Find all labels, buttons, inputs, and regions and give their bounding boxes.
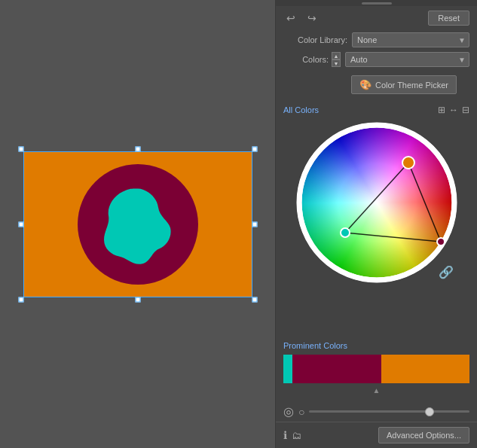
swatch-teal[interactable]: [283, 355, 292, 383]
color-slider[interactable]: [309, 410, 469, 413]
arrows-view-button[interactable]: ↔: [449, 105, 458, 115]
toolbar-row: ↩ ↪ Reset: [276, 6, 477, 30]
advanced-options-button[interactable]: Advanced Options...: [378, 427, 469, 443]
circle-icon-button[interactable]: ○: [298, 406, 304, 418]
star-shape: [96, 181, 179, 267]
folder-button[interactable]: 🗂: [292, 430, 301, 441]
color-library-select-wrapper: None Pantone HKS RAL ▼: [352, 32, 469, 47]
svg-line-2: [345, 163, 408, 233]
info-button[interactable]: ℹ: [283, 429, 287, 441]
theme-picker-row: 🎨 Color Theme Picker: [276, 69, 477, 100]
prominent-label: Prominent Colors: [283, 341, 469, 350]
color-handle-teal[interactable]: [340, 227, 350, 238]
handle-bottom-mid[interactable]: [135, 297, 140, 302]
slider-row: ◎ ○: [276, 401, 477, 422]
drag-handle: [362, 2, 392, 5]
prominent-section: Prominent Colors ▲: [276, 337, 477, 401]
artwork-wrapper[interactable]: [23, 151, 252, 297]
reset-button[interactable]: Reset: [428, 11, 469, 26]
swatch-arrow: ▲: [373, 386, 381, 395]
svg-line-3: [345, 233, 441, 242]
triangle-lines: [294, 120, 460, 285]
wheel-icons: ⊞ ↔ ⊟: [438, 105, 469, 115]
stepper-up[interactable]: ▲: [332, 52, 341, 59]
color-library-label: Color Library:: [283, 35, 347, 44]
toolbar-left: ↩ ↪: [283, 11, 320, 26]
color-handle-dark[interactable]: [436, 237, 445, 246]
svg-line-4: [408, 163, 441, 242]
handle-top-right[interactable]: [252, 146, 257, 151]
color-library-row: Color Library: None Pantone HKS RAL ▼: [276, 30, 477, 50]
swatch-dark[interactable]: [292, 355, 381, 383]
bottom-toolbar: ℹ 🗂 Advanced Options...: [276, 422, 477, 448]
handle-bottom-right[interactable]: [252, 297, 257, 302]
color-wheel-section: All Colors ⊞ ↔ ⊟: [276, 100, 477, 337]
link-icon[interactable]: 🔗: [439, 265, 454, 279]
grid-view-button[interactable]: ⊞: [438, 105, 445, 115]
grid2-view-button[interactable]: ⊟: [462, 105, 469, 115]
colors-label: Colors:: [283, 55, 329, 64]
color-wheel-container: 🔗: [294, 120, 460, 285]
color-swatches: [283, 355, 469, 383]
handle-top-mid[interactable]: [135, 146, 140, 151]
color-library-select[interactable]: None Pantone HKS RAL: [352, 32, 469, 47]
colors-row: Colors: ▲ ▼ Auto 2 3 4 5 ▼: [276, 50, 477, 69]
canvas-area: [0, 0, 275, 448]
colors-select[interactable]: Auto 2 3 4 5: [345, 52, 469, 67]
all-colors-label: All Colors: [283, 105, 319, 114]
theme-picker-icon: 🎨: [359, 79, 372, 90]
wheel-header: All Colors ⊞ ↔ ⊟: [283, 105, 469, 115]
handle-mid-right[interactable]: [252, 221, 257, 227]
color-handle-orange[interactable]: [402, 156, 415, 169]
colors-select-wrapper: Auto 2 3 4 5 ▼: [345, 52, 469, 67]
redo-button[interactable]: ↪: [304, 11, 320, 26]
panel-top-bar: [276, 0, 477, 6]
artwork-canvas: [24, 152, 252, 297]
handle-top-left[interactable]: [18, 146, 23, 151]
handle-mid-left[interactable]: [18, 221, 23, 227]
swatch-indicator: ▲: [283, 383, 469, 397]
theme-picker-label: Color Theme Picker: [375, 81, 448, 90]
target-icon-button[interactable]: ◎: [283, 404, 294, 419]
handle-bottom-left[interactable]: [18, 297, 23, 302]
swatch-orange[interactable]: [381, 355, 470, 383]
undo-button[interactable]: ↩: [283, 11, 298, 26]
slider-thumb[interactable]: [425, 407, 434, 416]
right-panel: ↩ ↪ Reset Color Library: None Pantone HK…: [275, 0, 477, 448]
stepper-down[interactable]: ▼: [332, 59, 341, 67]
color-theme-picker-button[interactable]: 🎨 Color Theme Picker: [351, 75, 457, 94]
colors-stepper: ▲ ▼: [332, 52, 341, 67]
